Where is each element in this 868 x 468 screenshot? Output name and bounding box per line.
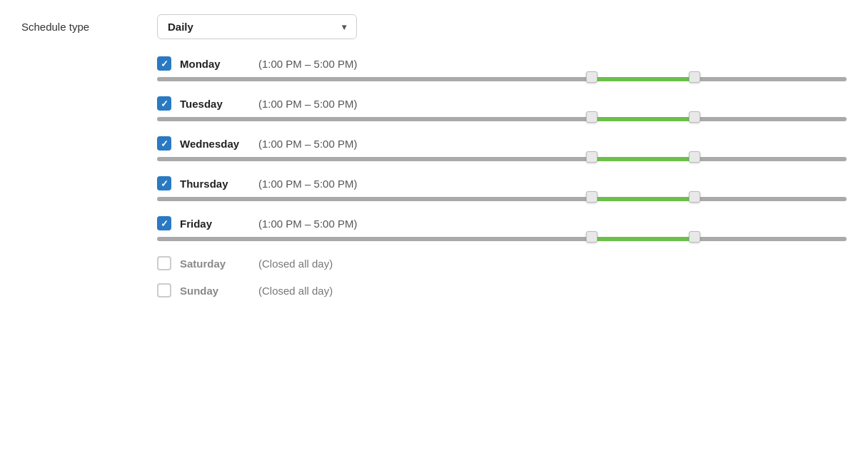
day-header-friday: Friday(1:00 PM – 5:00 PM): [157, 216, 847, 230]
slider-thumb-end-tuesday[interactable]: [689, 111, 700, 123]
checkbox-tuesday[interactable]: [157, 96, 171, 111]
day-row-friday: Friday(1:00 PM – 5:00 PM): [157, 216, 847, 243]
slider-tuesday[interactable]: [157, 115, 847, 123]
slider-fill-thursday: [592, 197, 695, 201]
slider-track-friday: [157, 237, 847, 241]
checkbox-friday[interactable]: [157, 216, 171, 230]
day-row-tuesday: Tuesday(1:00 PM – 5:00 PM): [157, 96, 847, 123]
slider-track-tuesday: [157, 117, 847, 121]
day-name-tuesday: Tuesday: [180, 98, 258, 110]
day-header-saturday: Saturday(Closed all day): [157, 256, 847, 270]
day-time-wednesday: (1:00 PM – 5:00 PM): [258, 138, 357, 150]
slider-wednesday[interactable]: [157, 155, 847, 163]
day-header-tuesday: Tuesday(1:00 PM – 5:00 PM): [157, 96, 847, 111]
slider-fill-friday: [592, 237, 695, 241]
day-time-tuesday: (1:00 PM – 5:00 PM): [258, 98, 357, 110]
slider-thumb-end-friday[interactable]: [689, 231, 700, 243]
slider-monday[interactable]: [157, 75, 847, 83]
day-row-thursday: Thursday(1:00 PM – 5:00 PM): [157, 176, 847, 203]
slider-track-thursday: [157, 197, 847, 201]
slider-thumb-start-tuesday[interactable]: [586, 111, 597, 123]
day-row-saturday: Saturday(Closed all day): [157, 256, 847, 270]
day-time-sunday: (Closed all day): [258, 285, 333, 297]
schedule-type-dropdown[interactable]: Daily ▾: [157, 14, 357, 39]
slider-track-wednesday: [157, 157, 847, 161]
day-name-saturday: Saturday: [180, 258, 258, 270]
slider-thumb-start-thursday[interactable]: [586, 191, 597, 203]
schedule-type-row: Schedule type Daily ▾: [21, 14, 847, 39]
slider-thumb-end-monday[interactable]: [689, 71, 700, 83]
slider-fill-monday: [592, 77, 695, 81]
slider-thumb-start-monday[interactable]: [586, 71, 597, 83]
day-header-wednesday: Wednesday(1:00 PM – 5:00 PM): [157, 136, 847, 151]
slider-thumb-end-wednesday[interactable]: [689, 151, 700, 163]
day-time-friday: (1:00 PM – 5:00 PM): [258, 218, 357, 230]
checkbox-thursday[interactable]: [157, 176, 171, 190]
day-header-sunday: Sunday(Closed all day): [157, 283, 847, 297]
day-name-sunday: Sunday: [180, 285, 258, 297]
checkbox-sunday[interactable]: [157, 283, 171, 297]
chevron-down-icon: ▾: [342, 22, 346, 32]
day-name-thursday: Thursday: [180, 178, 258, 190]
schedule-type-label: Schedule type: [21, 21, 157, 33]
day-header-thursday: Thursday(1:00 PM – 5:00 PM): [157, 176, 847, 190]
day-time-thursday: (1:00 PM – 5:00 PM): [258, 178, 357, 190]
checkbox-monday[interactable]: [157, 56, 171, 71]
day-time-monday: (1:00 PM – 5:00 PM): [258, 58, 357, 70]
day-row-monday: Monday(1:00 PM – 5:00 PM): [157, 56, 847, 83]
slider-friday[interactable]: [157, 235, 847, 243]
slider-track-monday: [157, 77, 847, 81]
slider-thumb-start-friday[interactable]: [586, 231, 597, 243]
checkbox-saturday[interactable]: [157, 256, 171, 270]
slider-thumb-end-thursday[interactable]: [689, 191, 700, 203]
slider-thursday[interactable]: [157, 195, 847, 203]
day-row-wednesday: Wednesday(1:00 PM – 5:00 PM): [157, 136, 847, 163]
day-time-saturday: (Closed all day): [258, 258, 333, 270]
slider-fill-tuesday: [592, 117, 695, 121]
day-name-wednesday: Wednesday: [180, 138, 258, 150]
day-row-sunday: Sunday(Closed all day): [157, 283, 847, 297]
checkbox-wednesday[interactable]: [157, 136, 171, 151]
day-name-monday: Monday: [180, 58, 258, 70]
days-container: Monday(1:00 PM – 5:00 PM)Tuesday(1:00 PM…: [157, 56, 847, 297]
schedule-type-value: Daily: [168, 21, 193, 33]
day-header-monday: Monday(1:00 PM – 5:00 PM): [157, 56, 847, 71]
day-name-friday: Friday: [180, 218, 258, 230]
slider-thumb-start-wednesday[interactable]: [586, 151, 597, 163]
slider-fill-wednesday: [592, 157, 695, 161]
